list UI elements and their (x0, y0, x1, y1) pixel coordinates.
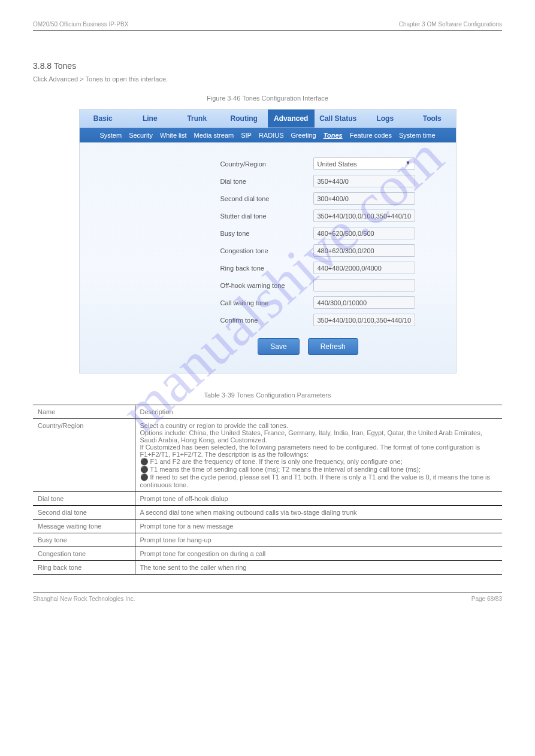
footer-left: Shanghai New Rock Technologies Inc. (33, 596, 135, 602)
tab-basic[interactable]: Basic (80, 110, 127, 127)
table-row: Message waiting tonePrompt tone for a ne… (33, 520, 502, 533)
table-row: Busy tonePrompt tone for hang-up (33, 533, 502, 547)
select-country-region[interactable]: United States (313, 157, 415, 170)
table-row: Ring back toneThe tone sent to the calle… (33, 561, 502, 575)
subtab-greeting[interactable]: Greeting (291, 132, 316, 139)
input-stutter-dial-tone[interactable] (313, 210, 415, 222)
input-offhook-warning[interactable] (313, 279, 415, 292)
td-name: Ring back tone (33, 561, 135, 575)
label-stutter-dial-tone: Stutter dial tone (220, 212, 313, 220)
nav-secondary: System Security White list Media stream … (80, 128, 456, 142)
td-description: Prompt tone of off-hook dialup (135, 492, 502, 506)
header-divider (33, 31, 502, 31)
input-call-waiting-tone[interactable] (313, 296, 415, 309)
td-name: Dial tone (33, 492, 135, 506)
subtab-whitelist[interactable]: White list (160, 132, 187, 139)
table-row: Country/RegionSelect a country or region… (33, 419, 502, 492)
tab-logs[interactable]: Logs (362, 110, 409, 127)
table-row: Second dial toneA second dial tone when … (33, 506, 502, 520)
subtab-feature-codes[interactable]: Feature codes (350, 132, 392, 139)
params-table: Name Description Country/RegionSelect a … (33, 405, 502, 575)
td-description: The tone sent to the caller when ring (135, 561, 502, 575)
td-name: Message waiting tone (33, 520, 135, 533)
th-description: Description (135, 405, 502, 419)
footer-right: Page 68/83 (471, 596, 502, 602)
screenshot-panel: Basic Line Trunk Routing Advanced Call S… (79, 109, 457, 374)
subtab-system-time[interactable]: System time (399, 132, 436, 139)
subtab-sip[interactable]: SIP (241, 132, 252, 139)
tab-routing[interactable]: Routing (220, 110, 268, 127)
label-offhook-warning: Off-hook warning tone (220, 282, 313, 289)
tab-call-status[interactable]: Call Status (315, 110, 362, 127)
refresh-button[interactable]: Refresh (308, 338, 358, 355)
tab-advanced[interactable]: Advanced (268, 110, 315, 127)
section-heading: 3.8.8 Tones (33, 61, 502, 71)
td-description: Prompt tone for congestion on during a c… (135, 547, 502, 561)
td-name: Country/Region (33, 419, 135, 492)
subtab-media-stream[interactable]: Media stream (194, 132, 234, 139)
td-name: Busy tone (33, 533, 135, 547)
subtab-radius[interactable]: RADIUS (259, 132, 284, 139)
header-left: OM20/50 Officium Business IP-PBX (33, 21, 128, 28)
td-description: A second dial tone when making outbound … (135, 506, 502, 520)
subtab-tones[interactable]: Tones (324, 132, 343, 139)
nav-primary: Basic Line Trunk Routing Advanced Call S… (80, 110, 456, 128)
tab-tools[interactable]: Tools (409, 110, 456, 127)
label-dial-tone: Dial tone (220, 178, 313, 185)
label-busy-tone: Busy tone (220, 230, 313, 237)
table-caption: Table 3-39 Tones Configuration Parameter… (33, 391, 502, 399)
label-ring-back-tone: Ring back tone (220, 265, 313, 272)
table-row: Dial tonePrompt tone of off-hook dialup (33, 492, 502, 506)
save-button[interactable]: Save (258, 338, 299, 355)
input-busy-tone[interactable] (313, 227, 415, 239)
input-second-dial-tone[interactable] (313, 192, 415, 205)
header-right: Chapter 3 OM Software Configurations (399, 21, 502, 28)
label-call-waiting-tone: Call waiting tone (220, 299, 313, 306)
subtab-system[interactable]: System (99, 132, 122, 139)
form-area: Country/Region United States Dial tone S… (80, 142, 456, 373)
input-ring-back-tone[interactable] (313, 262, 415, 274)
td-description: Prompt tone for hang-up (135, 533, 502, 547)
figure-caption: Figure 3-46 Tones Configuration Interfac… (33, 95, 502, 102)
input-congestion-tone[interactable] (313, 244, 415, 257)
td-name: Congestion tone (33, 547, 135, 561)
subtab-security[interactable]: Security (129, 132, 153, 139)
td-description: Prompt tone for a new message (135, 520, 502, 533)
td-description: Select a country or region to provide th… (135, 419, 502, 492)
label-country-region: Country/Region (220, 160, 313, 168)
td-name: Second dial tone (33, 506, 135, 520)
input-confirm-tone[interactable] (313, 314, 415, 326)
label-congestion-tone: Congestion tone (220, 247, 313, 254)
label-confirm-tone: Confirm tone (220, 317, 313, 324)
input-dial-tone[interactable] (313, 175, 415, 187)
th-name: Name (33, 405, 135, 419)
footer-divider (33, 593, 502, 593)
section-subtext: Click Advanced > Tones to open this inte… (33, 75, 502, 83)
tab-trunk[interactable]: Trunk (174, 110, 221, 127)
label-second-dial-tone: Second dial tone (220, 195, 313, 202)
tab-line[interactable]: Line (126, 110, 174, 127)
table-row: Congestion tonePrompt tone for congestio… (33, 547, 502, 561)
